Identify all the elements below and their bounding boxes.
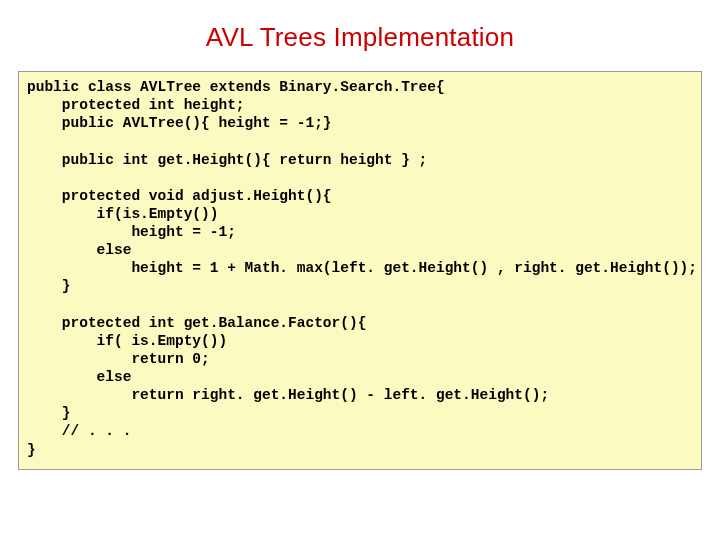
code-content: public class AVLTree extends Binary.Sear… bbox=[27, 78, 693, 459]
slide-title: AVL Trees Implementation bbox=[0, 0, 720, 71]
slide: AVL Trees Implementation public class AV… bbox=[0, 0, 720, 540]
code-block: public class AVLTree extends Binary.Sear… bbox=[18, 71, 702, 470]
